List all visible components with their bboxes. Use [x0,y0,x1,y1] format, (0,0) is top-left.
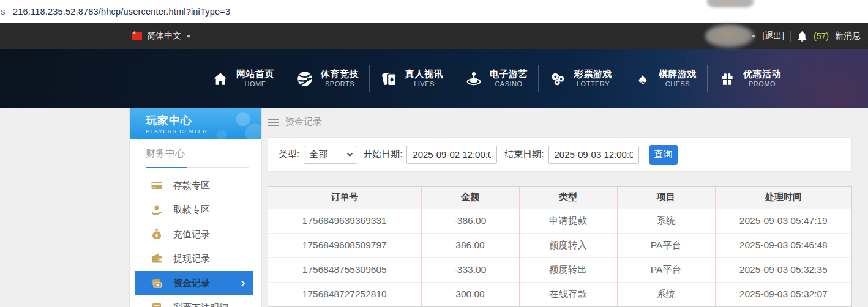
nav-item-chess[interactable]: ♠ 棋牌游戏 CHESS [623,68,707,89]
nav-sports-en: SPORTS [325,80,354,89]
gift-icon [718,70,736,88]
sidebar-item-recharge-record[interactable]: 充值记录 [130,222,261,246]
nav-item-casino[interactable]: 电子游艺 CASINO [454,68,538,89]
main-area: 玩家中心 PLAYERS CENTER 财务中心 存款专区 取款专区 [0,108,868,307]
nav-chess-zh: 棋牌游戏 [659,68,697,80]
menu-icon [268,119,279,120]
type-select[interactable]: 全部 [304,146,357,164]
search-button[interactable]: 查询 [649,145,678,165]
cell-time: 2025-09-03 05:46:48 [715,233,851,257]
nav-item-home[interactable]: 网站首页 HOME [201,68,285,89]
cell-amount: -333.00 [421,257,519,282]
cell-amount: -386.00 [421,209,519,233]
col-header-type: 类型 [519,187,617,209]
roulette-icon [465,70,483,88]
cell-order-no: 1756848755309605 [268,257,421,282]
sidebar-item-lottery-bet-detail[interactable]: 彩票下注明细 [130,295,261,307]
cell-project: PA平台 [617,233,715,257]
browser-address-bar: s 216.118.235.52:8783/hhcp/usercenter.ht… [0,0,868,23]
start-date-input[interactable] [406,146,497,164]
nav-sports-zh: 体育竞技 [321,68,359,80]
nav-item-lives[interactable]: 真人视讯 LIVES [370,68,454,89]
cell-time: 2025-09-03 05:47:19 [715,209,851,233]
table-row: 1756848727252810 300.00 在线存款 系统 2025-09-… [268,282,851,306]
col-header-time: 处理时间 [715,187,851,209]
sidebar-header: 玩家中心 PLAYERS CENTER [130,108,261,139]
sidebar-item-label: 提现记录 [173,253,210,265]
document-icon [151,301,163,307]
col-header-project: 项目 [617,187,715,209]
cell-type: 额度转出 [519,257,617,282]
sidebar-item-label: 资金记录 [173,278,210,289]
browser-edge-fragment: s [1,6,7,17]
sidebar-title: 玩家中心 [146,113,261,128]
funds-record-table: 订单号 金额 类型 项目 处理时间 1756849639369331 -386.… [268,186,852,307]
sports-ball-icon [296,70,314,88]
nav-chess-en: CHESS [665,80,690,89]
page-title: 资金记录 [285,116,322,128]
cell-project: PA平台 [617,257,715,282]
nav-item-sports[interactable]: 体育竞技 SPORTS [285,68,369,89]
col-header-order-no: 订单号 [268,187,421,209]
home-icon [211,70,230,88]
table-header-row: 订单号 金额 类型 项目 处理时间 [268,187,851,209]
sidebar-item-label: 存款专区 [173,180,210,191]
sidebar-item-label: 彩票下注明细 [173,302,228,307]
chevron-down-icon [186,35,191,38]
sidebar-item-deposit-zone[interactable]: 存款专区 [130,173,261,198]
table-row: 1756848755309605 -333.00 额度转出 PA平台 2025-… [268,257,851,282]
start-date-label: 开始日期: [363,149,402,160]
sidebar-item-withdraw-zone[interactable]: 取款专区 [130,198,261,222]
user-menu-chevron-icon[interactable] [751,35,756,38]
site-top-bar: 简体中文 [退出] (57) 新消息 [0,23,868,49]
nav-home-en: HOME [245,80,266,89]
nav-item-promo[interactable]: 优惠活动 PROMO [708,68,791,89]
redacted-blob-top [706,0,754,7]
new-message-link[interactable]: 新消息 [835,31,861,42]
message-count-badge: (57) [814,31,829,41]
cell-time: 2025-09-03 05:32:07 [715,282,851,306]
cell-order-no: 1756848727252810 [268,282,421,306]
spade-icon: ♠ [634,70,652,88]
cell-type: 申请提款 [519,209,617,233]
nav-lottery-zh: 彩票游戏 [574,68,612,80]
nav-item-lottery[interactable]: 彩票游戏 LOTTERY [539,68,623,89]
sidebar-section: 财务中心 [130,139,261,168]
language-selector[interactable]: 简体中文 [132,23,191,49]
players-center-sidebar: 玩家中心 PLAYERS CENTER 财务中心 存款专区 取款专区 [129,108,262,307]
sidebar-item-withdrawal-record[interactable]: 提现记录 [130,246,261,271]
bell-icon[interactable] [797,31,807,42]
cell-time: 2025-09-03 05:32:35 [715,257,851,282]
nav-lottery-en: LOTTERY [577,80,610,89]
china-flag-icon [132,32,142,40]
end-date-label: 结束日期: [504,149,544,160]
language-label: 简体中文 [147,31,181,42]
cell-type: 在线存款 [519,282,617,306]
banknotes-icon [151,277,163,289]
lottery-balls-icon [549,70,567,88]
filter-panel: 类型: 全部 开始日期: 结束日期: 查询 [268,137,852,172]
topbar-divider [790,31,791,42]
table-row: 1756849639369331 -386.00 申请提款 系统 2025-09… [268,209,851,233]
nav-home-zh: 网站首页 [236,68,274,80]
nav-casino-en: CASINO [495,80,522,89]
sidebar-item-funds-record[interactable]: 资金记录 [135,271,253,295]
chevron-down-icon [347,150,353,157]
top-right-group: [退出] (57) 新消息 [751,23,861,49]
end-date-input[interactable] [548,146,639,164]
type-filter-label: 类型: [279,149,299,160]
nav-promo-zh: 优惠活动 [743,68,781,80]
nav-lives-zh: 真人视讯 [405,68,443,80]
sidebar-section-label: 财务中心 [146,147,249,160]
bank-card-icon [151,179,163,191]
logout-button[interactable]: [退出] [762,31,784,42]
nav-casino-zh: 电子游艺 [490,68,528,80]
money-bag-icon [151,228,163,240]
nav-promo-en: PROMO [749,80,776,89]
main-nav: 网站首页 HOME 体育竞技 SPORTS [201,65,791,92]
main-banner: 网站首页 HOME 体育竞技 SPORTS [0,49,868,108]
address-url[interactable]: 216.118.235.52:8783/hhcp/usercenter.html… [13,7,230,17]
nav-lives-en: LIVES [414,80,435,89]
sidebar-section-rule [146,167,249,168]
hand-money-icon [151,204,163,216]
